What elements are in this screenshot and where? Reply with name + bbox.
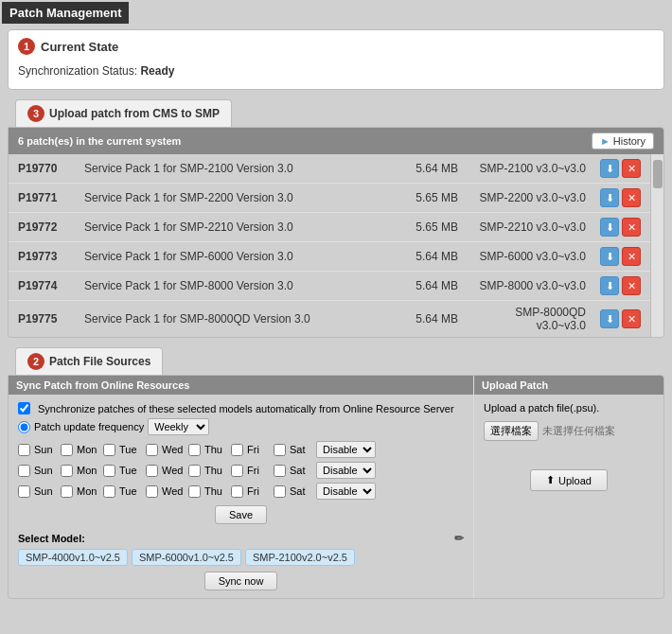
day-sun-1[interactable] — [18, 444, 30, 456]
day-mon-2-label: Mon — [77, 465, 99, 476]
day-tue-1[interactable] — [103, 444, 115, 456]
delete-button[interactable]: ✕ — [622, 247, 641, 266]
day-wed-2[interactable] — [146, 465, 158, 477]
table-row: P19771 Service Pack 1 for SMP-2200 Versi… — [9, 184, 650, 213]
download-button[interactable]: ⬇ — [600, 309, 619, 328]
save-button[interactable]: Save — [215, 505, 267, 524]
download-button[interactable]: ⬇ — [600, 218, 619, 237]
table-row: P19773 Service Pack 1 for SMP-6000 Versi… — [9, 242, 650, 272]
play-icon: ► — [600, 135, 610, 147]
delete-button[interactable]: ✕ — [622, 218, 641, 237]
sync-auto-row: Synchronize patches of these selected mo… — [18, 402, 464, 414]
day-fri-1[interactable] — [231, 444, 243, 456]
sync-value: Ready — [140, 64, 174, 78]
day-fri-3-label: Fri — [247, 485, 270, 497]
delete-button[interactable]: ✕ — [622, 188, 641, 207]
patch-desc: Service Pack 1 for SMP-2210 Version 3.0 — [75, 213, 401, 242]
day-sat-3[interactable] — [274, 485, 286, 498]
freq-select[interactable]: Weekly Daily Monthly — [148, 418, 209, 435]
upload-patch-tab-label: Upload patch from CMS to SMP — [49, 107, 220, 120]
page-title-bar: Patch Management — [2, 2, 129, 24]
table-row: P19770 Service Pack 1 for SMP-2100 Versi… — [9, 154, 650, 184]
delete-button[interactable]: ✕ — [622, 309, 641, 328]
patch-list-header: 6 patch(es) in the current system ► Hist… — [9, 128, 663, 154]
day-row-2: Sun Mon Tue Wed Thu Fri Sat Disable — [18, 462, 464, 479]
download-button[interactable]: ⬇ — [600, 188, 619, 207]
disable-select-1[interactable]: Disable — [316, 441, 376, 458]
sync-auto-checkbox[interactable] — [18, 402, 30, 414]
section-num-2: 2 — [27, 353, 44, 370]
patch-desc: Service Pack 1 for SMP-2200 Version 3.0 — [75, 184, 401, 213]
sync-status-row: Synchronization Status: Ready — [18, 61, 654, 81]
patch-list-scrollable: P19770 Service Pack 1 for SMP-2100 Versi… — [9, 154, 663, 337]
disable-select-3[interactable]: Disable — [316, 483, 376, 500]
freq-label: Patch update frequency — [34, 421, 144, 432]
patch-size: 5.64 MB — [401, 272, 468, 301]
day-tue-2[interactable] — [103, 465, 115, 477]
download-button[interactable]: ⬇ — [600, 247, 619, 266]
select-model-header: Select Model: ✏ — [18, 532, 464, 545]
no-file-text: 未選擇任何檔案 — [542, 424, 615, 438]
day-fri-2-label: Fri — [247, 465, 270, 476]
day-wed-1[interactable] — [146, 444, 158, 456]
upload-patch-tab[interactable]: 3 Upload patch from CMS to SMP — [15, 99, 232, 127]
edit-icon[interactable]: ✏ — [454, 532, 464, 545]
day-sun-1-label: Sun — [34, 444, 57, 455]
day-sat-1[interactable] — [274, 444, 286, 456]
patch-desc: Service Pack 1 for SMP-2100 Version 3.0 — [75, 154, 401, 184]
patch-actions: ⬇ ✕ — [591, 213, 650, 242]
day-wed-3[interactable] — [146, 485, 158, 498]
patch-compat: SMP-2200 v3.0~v3.0 — [468, 184, 591, 213]
history-button[interactable]: ► History — [592, 132, 654, 150]
patch-actions: ⬇ ✕ — [591, 184, 650, 213]
select-model-section: Select Model: ✏ SMP-4000v1.0~v2.5SMP-600… — [18, 532, 464, 590]
scrollbar-thumb[interactable] — [653, 160, 663, 188]
freq-radio[interactable] — [18, 421, 30, 433]
day-row-1: Sun Mon Tue Wed Thu Fri Sat Disable — [18, 441, 464, 458]
sync-now-button[interactable]: Sync now — [204, 572, 278, 590]
day-tue-1-label: Tue — [119, 444, 142, 455]
day-thu-3[interactable] — [188, 485, 201, 498]
download-button[interactable]: ⬇ — [600, 276, 619, 295]
day-tue-3[interactable] — [103, 485, 115, 498]
delete-button[interactable]: ✕ — [622, 159, 641, 178]
day-mon-3-label: Mon — [77, 485, 99, 497]
patch-id: P19775 — [9, 301, 75, 338]
day-mon-1[interactable] — [61, 444, 73, 456]
day-thu-1[interactable] — [188, 444, 201, 456]
day-wed-1-label: Wed — [162, 444, 185, 455]
section-num-3: 3 — [27, 105, 44, 122]
model-tag: SMP-2100v2.0~v2.5 — [245, 549, 355, 566]
patch-count: 6 patch(es) in the current system — [18, 135, 181, 147]
scrollbar[interactable] — [650, 154, 663, 337]
patch-compat: SMP-2210 v3.0~v3.0 — [468, 213, 591, 242]
day-mon-2[interactable] — [61, 465, 73, 477]
choose-file-button[interactable]: 選擇檔案 — [484, 421, 539, 441]
patch-table-wrap: P19770 Service Pack 1 for SMP-2100 Versi… — [9, 154, 650, 337]
day-thu-2[interactable] — [188, 465, 201, 477]
day-sun-3[interactable] — [18, 485, 30, 498]
two-col-layout: Sync Patch from Online Resources Synchro… — [9, 376, 663, 598]
day-sat-2-label: Sat — [290, 465, 312, 476]
patch-actions: ⬇ ✕ — [591, 272, 650, 301]
day-tue-3-label: Tue — [119, 485, 142, 497]
delete-button[interactable]: ✕ — [622, 276, 641, 295]
table-row: P19775 Service Pack 1 for SMP-8000QD Ver… — [9, 301, 650, 338]
day-sat-2[interactable] — [274, 465, 286, 477]
patch-size: 5.64 MB — [401, 154, 468, 184]
upload-button[interactable]: ⬆ Upload — [530, 469, 608, 491]
day-sat-1-label: Sat — [290, 444, 312, 455]
patch-id: P19773 — [9, 242, 75, 272]
frequency-row: Patch update frequency Weekly Daily Mont… — [18, 418, 464, 435]
download-button[interactable]: ⬇ — [600, 159, 619, 178]
disable-select-2[interactable]: Disable — [316, 462, 376, 479]
day-sun-2[interactable] — [18, 465, 30, 477]
day-fri-3[interactable] — [231, 485, 243, 498]
day-fri-2[interactable] — [231, 465, 243, 477]
patch-file-sources-tab[interactable]: 2 Patch File Sources — [15, 347, 163, 375]
day-fri-1-label: Fri — [247, 444, 270, 455]
day-wed-2-label: Wed — [162, 465, 185, 476]
patch-id: P19772 — [9, 213, 75, 242]
patch-compat: SMP-8000 v3.0~v3.0 — [468, 272, 591, 301]
day-mon-3[interactable] — [61, 485, 73, 498]
